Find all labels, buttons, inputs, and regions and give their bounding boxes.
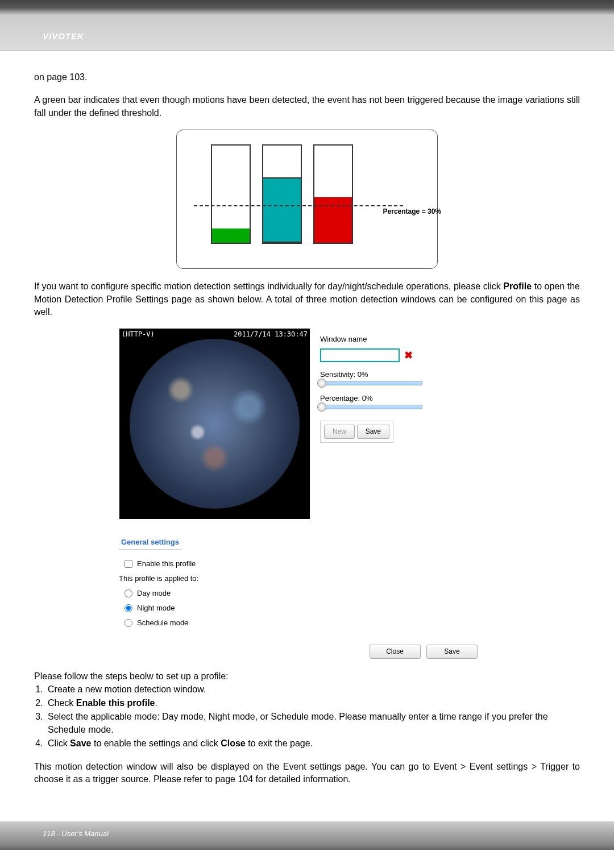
page-footer: 118 - User's Manual bbox=[0, 821, 614, 850]
brand-logo: VIVOTEK bbox=[43, 31, 84, 41]
threshold-line bbox=[194, 205, 403, 206]
percentage-label: Percentage: 0% bbox=[320, 393, 490, 404]
footer-page-number: 118 - User's Manual bbox=[43, 829, 109, 838]
window-name-label: Window name bbox=[320, 334, 490, 344]
close-button[interactable]: Close bbox=[370, 645, 421, 659]
schedule-mode-label: Schedule mode bbox=[137, 618, 188, 628]
new-button[interactable]: New bbox=[324, 425, 355, 439]
fisheye-lens-view bbox=[130, 339, 300, 509]
save-button-bottom[interactable]: Save bbox=[426, 645, 478, 659]
percentage-slider[interactable] bbox=[320, 405, 422, 409]
window-controls: Window name ✖ Sensitivity: 0% Percentage… bbox=[310, 329, 500, 519]
schedule-mode-radio[interactable] bbox=[125, 619, 132, 627]
p3-bold: Profile bbox=[503, 281, 532, 291]
bar-teal bbox=[263, 177, 301, 243]
night-mode-label: Night mode bbox=[137, 603, 175, 613]
save-button[interactable]: Save bbox=[357, 425, 389, 439]
window-name-input[interactable] bbox=[320, 348, 400, 362]
close-icon[interactable]: ✖ bbox=[404, 348, 413, 363]
sensitivity-label: Sensitivity: 0% bbox=[320, 369, 490, 380]
text-onpage: on page 103. bbox=[34, 71, 580, 84]
step-1: Create a new motion detection window. bbox=[45, 683, 580, 696]
enable-profile-checkbox[interactable] bbox=[125, 560, 132, 568]
stream-protocol-label: (HTTP-V) bbox=[122, 330, 155, 339]
text-greenbar: A green bar indicates that even though m… bbox=[34, 94, 580, 119]
text-event-settings: This motion detection window will also b… bbox=[34, 761, 580, 786]
steps-list: Create a new motion detection window. Ch… bbox=[45, 683, 580, 750]
page-header: VIVOTEK bbox=[0, 0, 614, 51]
general-settings-group: General settings Enable this profile Thi… bbox=[114, 535, 500, 638]
content-area: on page 103. A green bar indicates that … bbox=[0, 51, 614, 807]
applied-to-label: This profile is applied to: bbox=[119, 574, 198, 584]
sensitivity-slider[interactable] bbox=[320, 381, 422, 385]
threshold-chart: Percentage = 30% bbox=[176, 130, 438, 269]
step-2: Check Enable this profile. bbox=[45, 697, 580, 709]
step-4: Click Save to enable the settings and cl… bbox=[45, 737, 580, 750]
step-3: Select the applicable mode: Day mode, Ni… bbox=[45, 711, 580, 736]
night-mode-radio[interactable] bbox=[125, 604, 132, 612]
day-mode-radio[interactable] bbox=[125, 589, 132, 597]
p3-prefix: If you want to configure specific motion… bbox=[34, 281, 503, 291]
camera-preview[interactable]: (HTTP-V) 2011/7/14 13:30:47 bbox=[119, 329, 310, 519]
bar-green bbox=[212, 229, 250, 243]
steps-intro: Please follow the steps beolw to set up … bbox=[34, 670, 580, 683]
text-profile-intro: If you want to configure specific motion… bbox=[34, 280, 580, 318]
bar-red bbox=[314, 197, 352, 243]
general-settings-title: General settings bbox=[119, 536, 181, 549]
enable-profile-label: Enable this profile bbox=[137, 559, 196, 569]
profile-settings-panel: (HTTP-V) 2011/7/14 13:30:47 Window name … bbox=[114, 329, 500, 659]
threshold-label: Percentage = 30% bbox=[383, 207, 441, 217]
stream-timestamp: 2011/7/14 13:30:47 bbox=[234, 330, 308, 339]
day-mode-label: Day mode bbox=[137, 588, 171, 599]
